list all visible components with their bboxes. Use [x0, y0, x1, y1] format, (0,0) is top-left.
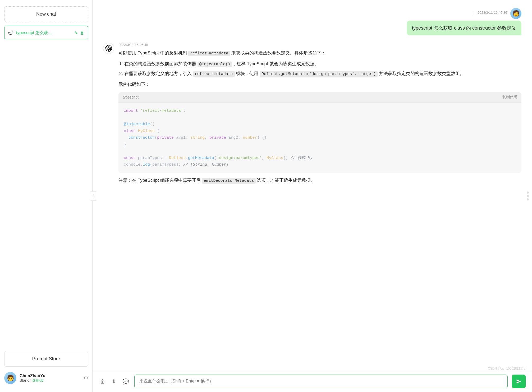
code-line-3: @Injectable() — [124, 121, 516, 128]
chat-messages: ⋮ 2023/3/11 16:46:36 🧑 typescript 怎么获取 c… — [93, 0, 532, 371]
copy-code-button[interactable]: 复制代码 — [502, 95, 517, 100]
collapse-sidebar-button[interactable]: ‹ — [90, 191, 97, 201]
ai-message-timestamp: 2023/3/11 16:46:46 — [118, 43, 521, 47]
inline-code-getmeta: Reflect.getMetadata('design:paramtypes',… — [260, 71, 378, 77]
scroll-indicator — [527, 192, 529, 200]
scroll-dot-2 — [527, 195, 529, 197]
code-block: typescript 复制代码 import 'reflect-metadata… — [118, 92, 521, 173]
download-button[interactable]: ⬇ — [111, 377, 117, 386]
sidebar: New chat 💬 typescript 怎么获... ✎ 🗑 Prompt … — [0, 0, 93, 392]
avatar: 🧑 — [4, 372, 16, 384]
scroll-dot-1 — [527, 192, 529, 194]
edit-icon[interactable]: ✎ — [75, 31, 78, 35]
ai-message: 2023/3/11 16:46:46 可以使用 TypeScript 中的反射机… — [103, 43, 521, 188]
scroll-dot-3 — [527, 198, 529, 200]
watermark: CSDN @qq_15502821实力 — [488, 366, 527, 371]
code-line-blank — [124, 114, 516, 121]
ai-note-text: 注意：在 TypeScript 编译选项中需要开启 emitDecoratorM… — [118, 177, 521, 184]
ai-message-text: 可以使用 TypeScript 中的反射机制 reflect-metadata … — [118, 49, 521, 184]
user-message-timestamp: 2023/3/11 16:46:36 — [478, 11, 507, 15]
send-icon — [516, 379, 521, 384]
ai-step-1: 在类的构造函数参数前面添加装饰器 @Injectable()，这样 TypeSc… — [124, 60, 521, 68]
delete-icon[interactable]: 🗑 — [80, 31, 84, 35]
chat-icon: 💬 — [8, 30, 13, 35]
star-text: Star on — [20, 378, 33, 382]
user-details: ChenZhaoYu Star on Github — [20, 374, 81, 382]
code-language-label: typescript — [123, 94, 139, 101]
chat-input[interactable] — [134, 375, 508, 388]
settings-icon[interactable]: ⚙ — [84, 375, 88, 381]
ai-example-intro: 示例代码如下： — [118, 81, 521, 88]
code-line-4: class MyClass { — [124, 128, 516, 135]
chat-action-button[interactable]: 💬 — [121, 377, 130, 386]
chat-item-title: typescript 怎么获... — [16, 30, 72, 36]
inline-code-reflect: reflect-metadata — [188, 51, 230, 56]
code-line-1: import 'reflect-metadata'; — [124, 108, 516, 114]
new-chat-button[interactable]: New chat — [4, 6, 88, 22]
prompt-store-button[interactable]: Prompt Store — [4, 351, 88, 367]
main-chat-area: ⋮ 2023/3/11 16:46:36 🧑 typescript 怎么获取 c… — [93, 0, 532, 392]
input-area: 🗑 ⬇ 💬 — [93, 371, 532, 392]
ai-message-content: 2023/3/11 16:46:46 可以使用 TypeScript 中的反射机… — [118, 43, 521, 188]
ai-intro-text: 可以使用 TypeScript 中的反射机制 reflect-metadata … — [118, 49, 521, 57]
user-avatar: 🧑 — [510, 8, 521, 19]
ai-avatar — [103, 43, 114, 54]
code-line-6: } — [124, 141, 516, 148]
user-message: ⋮ 2023/3/11 16:46:36 🧑 typescript 怎么获取 c… — [103, 8, 521, 35]
inline-code-emitdecorator: emitDecoratorMetadata — [202, 178, 255, 184]
user-message-bubble: typescript 怎么获取 class 的 constructor 参数定义 — [407, 21, 521, 35]
code-block-header: typescript 复制代码 — [118, 92, 521, 103]
code-line-5: constructor(private arg1: string, privat… — [124, 134, 516, 141]
chat-list-item[interactable]: 💬 typescript 怎么获... ✎ 🗑 — [4, 26, 88, 40]
ai-steps-list: 在类的构造函数参数前面添加装饰器 @Injectable()，这样 TypeSc… — [124, 60, 521, 78]
user-name: ChenZhaoYu — [20, 374, 81, 378]
code-line-8: console.log(paramTypes); // [String, Num… — [124, 161, 516, 168]
code-line-7: const paramTypes = Reflect.getMetadata('… — [124, 155, 516, 162]
github-link[interactable]: Github — [33, 378, 43, 382]
code-line-blank2 — [124, 148, 516, 155]
ai-step-2: 在需要获取参数定义的地方，引入 reflect-metadata 模块，使用 R… — [124, 70, 521, 78]
chat-item-actions: ✎ 🗑 — [75, 31, 84, 35]
inline-code-reflect2: reflect-metadata — [193, 71, 235, 77]
clear-button[interactable]: 🗑 — [99, 377, 106, 386]
inline-code-injectable: @Injectable() — [198, 62, 232, 67]
message-more-icon[interactable]: ⋮ — [470, 10, 474, 16]
sidebar-bottom: Prompt Store 🧑 ChenZhaoYu Star on Github… — [4, 351, 88, 386]
code-block-body: import 'reflect-metadata'; @Injectable()… — [118, 103, 521, 173]
send-button[interactable] — [512, 375, 526, 388]
user-sub: Star on Github — [20, 378, 81, 382]
user-info: 🧑 ChenZhaoYu Star on Github ⚙ — [4, 370, 88, 386]
